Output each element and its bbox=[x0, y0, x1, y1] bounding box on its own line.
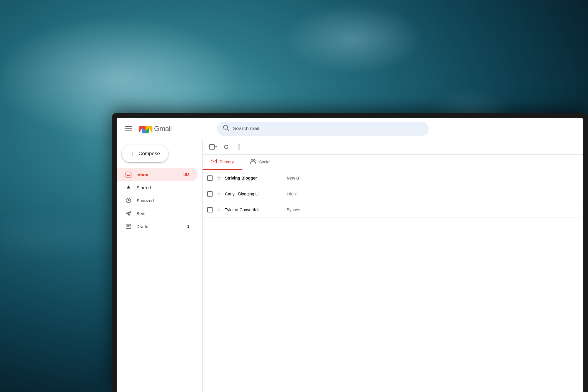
row-star-3[interactable]: ☆ bbox=[216, 207, 222, 213]
row-sender-2: Carly - Blogging Li. bbox=[225, 192, 284, 196]
sidebar-item-inbox[interactable]: Inbox 152 bbox=[117, 168, 198, 181]
gmail-app: Gmail Search mail bbox=[117, 118, 583, 392]
sidebar-item-sent[interactable]: Sent bbox=[117, 207, 198, 220]
row-checkbox-2[interactable] bbox=[207, 191, 213, 197]
sidebar-item-starred[interactable]: ★ Starred bbox=[117, 181, 198, 194]
gmail-logo-text: Gmail bbox=[154, 125, 172, 133]
row-checkbox-3[interactable] bbox=[207, 207, 213, 212]
sidebar-item-snoozed[interactable]: Snoozed bbox=[117, 194, 198, 207]
svg-point-7 bbox=[238, 146, 240, 148]
row-subject-2: I don't bbox=[287, 192, 578, 196]
laptop-screen: Gmail Search mail bbox=[117, 118, 583, 392]
table-row[interactable]: ☆ Striving Blogger New B bbox=[203, 170, 583, 186]
drafts-count: 1 bbox=[187, 224, 189, 229]
sidebar-item-drafts[interactable]: Drafts 1 bbox=[117, 220, 198, 233]
svg-point-11 bbox=[253, 160, 255, 161]
row-checkbox-1[interactable] bbox=[207, 175, 213, 181]
inbox-count: 152 bbox=[183, 172, 189, 177]
email-rows: ☆ Striving Blogger New B ☆ Carly - Blogg… bbox=[203, 170, 583, 392]
row-sender-3: Tyler at ConvertKit bbox=[225, 207, 284, 212]
compose-plus-icon: + bbox=[130, 150, 134, 158]
primary-tab-icon bbox=[211, 158, 217, 165]
svg-point-8 bbox=[238, 148, 240, 150]
tab-social[interactable]: Social bbox=[242, 155, 278, 170]
more-button[interactable] bbox=[233, 141, 245, 153]
search-bar[interactable]: Search mail bbox=[217, 122, 429, 136]
inbox-icon bbox=[125, 171, 132, 178]
select-checkbox bbox=[209, 144, 215, 150]
svg-point-10 bbox=[251, 160, 253, 161]
row-subject-1: New B bbox=[287, 176, 578, 180]
select-all-button[interactable]: ▾ bbox=[207, 141, 219, 153]
select-chevron-icon: ▾ bbox=[215, 145, 217, 149]
clock-icon bbox=[125, 197, 132, 204]
compose-label: Compose bbox=[138, 151, 160, 157]
compose-button[interactable]: + Compose bbox=[122, 145, 168, 162]
refresh-icon bbox=[223, 144, 229, 150]
search-placeholder: Search mail bbox=[233, 126, 259, 132]
svg-rect-9 bbox=[211, 159, 216, 163]
sent-label: Sent bbox=[136, 211, 189, 216]
menu-line-3 bbox=[125, 130, 132, 131]
sent-icon bbox=[125, 210, 132, 217]
table-row[interactable]: ☆ Tyler at ConvertKit Bypass bbox=[203, 202, 583, 218]
search-icon bbox=[223, 125, 229, 133]
svg-line-1 bbox=[227, 129, 229, 130]
inbox-label: Inbox bbox=[136, 172, 178, 177]
email-toolbar: ▾ bbox=[203, 139, 583, 155]
row-star-2[interactable]: ☆ bbox=[216, 191, 222, 197]
social-tab-icon bbox=[250, 158, 256, 165]
email-tabs: Primary Social bbox=[203, 155, 583, 170]
more-icon bbox=[238, 144, 240, 150]
menu-line-2 bbox=[125, 128, 132, 129]
menu-button[interactable] bbox=[123, 123, 135, 135]
star-icon: ★ bbox=[125, 184, 132, 191]
social-tab-label: Social bbox=[259, 160, 270, 164]
row-sender-1: Striving Blogger bbox=[225, 176, 284, 180]
header-left: Gmail bbox=[123, 123, 217, 135]
drafts-icon bbox=[125, 223, 132, 229]
gmail-m-icon bbox=[138, 123, 153, 135]
table-row[interactable]: ☆ Carly - Blogging Li. I don't bbox=[203, 186, 583, 202]
row-subject-3: Bypass bbox=[287, 207, 578, 212]
menu-line-1 bbox=[125, 126, 132, 127]
email-list-area: ▾ bbox=[202, 139, 583, 392]
laptop-frame: Gmail Search mail bbox=[112, 113, 588, 392]
sidebar: + Compose Inbox 152 bbox=[117, 139, 202, 392]
snoozed-label: Snoozed bbox=[136, 198, 189, 203]
starred-label: Starred bbox=[136, 185, 189, 190]
refresh-button[interactable] bbox=[220, 141, 232, 153]
svg-point-6 bbox=[238, 144, 240, 145]
gmail-header: Gmail Search mail bbox=[117, 118, 583, 139]
primary-tab-label: Primary bbox=[220, 160, 234, 164]
row-star-1[interactable]: ☆ bbox=[216, 175, 222, 181]
svg-rect-5 bbox=[126, 224, 131, 228]
drafts-label: Drafts bbox=[136, 224, 183, 229]
gmail-logo: Gmail bbox=[138, 123, 172, 135]
tab-primary[interactable]: Primary bbox=[203, 155, 242, 170]
gmail-body: + Compose Inbox 152 bbox=[117, 139, 583, 392]
